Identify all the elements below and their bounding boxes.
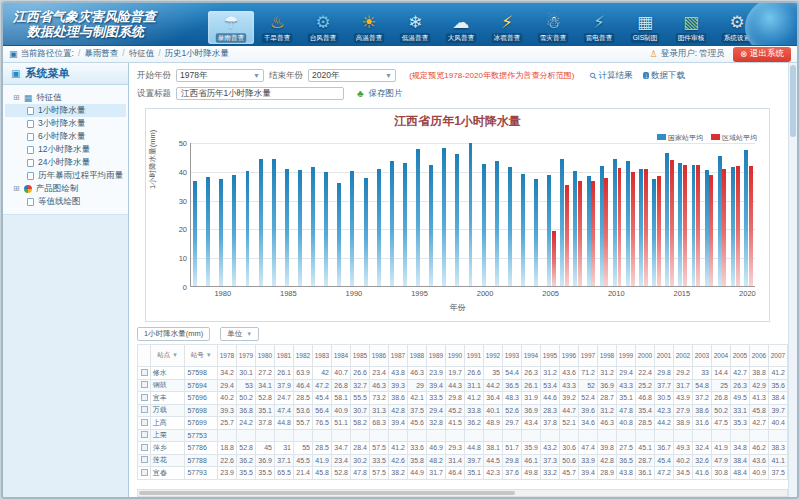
year-column-header[interactable]: 1994 [521,345,540,367]
row-expand-cell[interactable] [138,404,151,417]
year-column-header[interactable]: 2005 [730,345,749,367]
year-column-header[interactable]: 1999 [616,345,635,367]
save-image-button[interactable]: 保存图片 [369,88,403,100]
toolbar-item-rainstorm[interactable]: ☂暴雨普查 [208,11,254,44]
toolbar-item-wind[interactable]: ☁大风普查 [438,11,484,44]
year-column-header[interactable]: 1992 [483,345,502,367]
year-column-header[interactable]: 1980 [255,345,274,367]
sidebar-item-24小时降水量[interactable]: 24小时降水量 [5,156,126,169]
table-row[interactable]: 铜鼓5769429.45334.137.946.447.226.832.746.… [138,379,788,392]
row-expand-cell[interactable] [138,467,151,480]
end-year-select[interactable]: 2020年 ▼ [308,69,396,82]
row-expand-cell[interactable] [138,454,151,467]
year-column-header[interactable]: 2002 [673,345,692,367]
table-row[interactable]: 修水5759834.230.127.226.163.94240.726.623.… [138,367,788,380]
year-column-header[interactable]: 1997 [578,345,597,367]
chart-title-input[interactable]: 江西省历年1小时降水量 [176,87,344,100]
breadcrumb-segment[interactable]: 暴雨普查 [84,48,118,58]
year-column-header[interactable]: 2007 [768,345,787,367]
year-column-header[interactable]: 1988 [407,345,426,367]
year-column-header[interactable]: 1998 [597,345,616,367]
sidebar-item-历年暴雨过程平均雨量[interactable]: 历年暴雨过程平均雨量 [5,169,126,182]
row-expand-icon[interactable] [141,369,148,376]
start-year-select[interactable]: 1978年 ▼ [176,69,264,82]
toolbar-item-map-review[interactable]: ▧图件审核 [668,11,714,44]
year-column-header[interactable]: 2001 [654,345,673,367]
year-column-header[interactable]: 1982 [293,345,312,367]
year-column-header[interactable]: 1985 [350,345,369,367]
toolbar-item-low-temp[interactable]: ❄低温普查 [392,11,438,44]
year-column-header[interactable]: 1984 [331,345,350,367]
row-expand-cell[interactable] [138,442,151,455]
row-expand-cell[interactable] [138,417,151,430]
year-column-header[interactable]: 1987 [388,345,407,367]
row-expand-icon[interactable] [141,469,148,476]
breadcrumb-segment[interactable]: 特征值 [129,48,155,58]
year-column-header[interactable]: 2004 [711,345,730,367]
table-row[interactable]: 宜春5779323.935.535.565.521.445.852.847.85… [138,467,788,480]
breadcrumb-segment[interactable]: 历史1小时降水量 [165,48,229,58]
row-expand-cell[interactable] [138,392,151,405]
expander-icon[interactable]: ⊞ [13,184,20,193]
bar-national-2004 [534,179,538,286]
sidebar-item-1小时降水量[interactable]: 1小时降水量 [5,104,126,117]
year-column-header[interactable]: 2006 [749,345,768,367]
table-row[interactable]: 萍乡5778618.852.845315528.534.728.457.541.… [138,442,788,455]
sidebar-item-6小时降水量[interactable]: 6小时降水量 [5,130,126,143]
table-row[interactable]: 莲花5778822.636.236.937.145.541.923.430.23… [138,454,788,467]
row-expand-icon[interactable] [141,456,148,463]
row-expand-icon[interactable] [141,394,148,401]
year-column-header[interactable]: 1978 [217,345,236,367]
toolbar-item-gis[interactable]: ▦GIS制图 [622,11,668,44]
table-row[interactable]: 万载5769839.336.835.147.453.656.440.930.73… [138,404,788,417]
data-download-button[interactable]: ↓ 数据下载 [643,70,685,82]
horizontal-scrollbar[interactable] [137,489,788,497]
table-row[interactable]: 上高5769925.724.237.844.855.776.551.158.26… [138,417,788,430]
row-expand-icon[interactable] [141,406,148,413]
toolbar-item-high-temp[interactable]: ☀高温普查 [346,11,392,44]
unit-select[interactable]: 单位 ▼ [220,327,259,341]
toolbar-item-drought[interactable]: ♨干旱普查 [254,11,300,44]
year-column-header[interactable]: 1979 [236,345,255,367]
sidebar-item-3小时降水量[interactable]: 3小时降水量 [5,117,126,130]
expander-icon[interactable]: ⊞ [13,93,20,102]
year-column-header[interactable]: 1989 [426,345,445,367]
row-expand-icon[interactable] [141,431,148,438]
hscroll-thumb[interactable] [139,491,515,495]
table-row[interactable]: 宜丰5769640.250.252.824.728.545.458.155.57… [138,392,788,405]
station-column-header[interactable]: 站点 ▼ [150,345,185,367]
year-column-header[interactable]: 1983 [312,345,331,367]
year-column-header[interactable]: 1995 [540,345,559,367]
toolbar-item-lightning[interactable]: ⚡雷电普查 [576,11,622,44]
year-column-header[interactable]: 1996 [559,345,578,367]
logout-button[interactable]: ⊗ 退出系统 [733,47,791,62]
station-id-column-header[interactable]: 站号 ▼ [185,345,218,367]
table-row[interactable]: 上栗57753 [138,429,788,442]
row-expand-icon[interactable] [141,444,148,451]
vscroll-thumb[interactable] [790,65,796,137]
year-column-header[interactable]: 1991 [464,345,483,367]
row-expand-cell[interactable] [138,429,151,442]
sidebar-item-12小时降水量[interactable]: 12小时降水量 [5,143,126,156]
row-expand-cell[interactable] [138,379,151,392]
element-filter-chip[interactable]: 1小时降水量(mm) [137,327,210,341]
year-column-header[interactable]: 1993 [502,345,521,367]
year-column-header[interactable]: 1986 [369,345,388,367]
sidebar-node-1[interactable]: ⊞产品图绘制 [5,182,126,195]
sidebar-item-等值线绘图[interactable]: 等值线绘图 [5,195,126,208]
calc-results-button[interactable]: ⚲ 计算结果 [590,70,633,82]
toolbar-item-hail[interactable]: ⚡冰雹普查 [484,11,530,44]
year-column-header[interactable]: 2000 [635,345,654,367]
row-expand-icon[interactable] [141,381,148,388]
year-column-header[interactable]: 1990 [445,345,464,367]
value-cell [331,429,350,442]
row-expand-cell[interactable] [138,367,151,380]
value-cell: 30.1 [236,367,255,380]
toolbar-item-snow[interactable]: ☃雪灾普查 [530,11,576,44]
vertical-scrollbar[interactable] [788,63,797,497]
row-expand-icon[interactable] [141,419,148,426]
toolbar-item-typhoon[interactable]: ⚙台风普查 [300,11,346,44]
year-column-header[interactable]: 2003 [692,345,711,367]
sidebar-node-0[interactable]: ⊞▦特征值 [5,91,126,104]
year-column-header[interactable]: 1981 [274,345,293,367]
